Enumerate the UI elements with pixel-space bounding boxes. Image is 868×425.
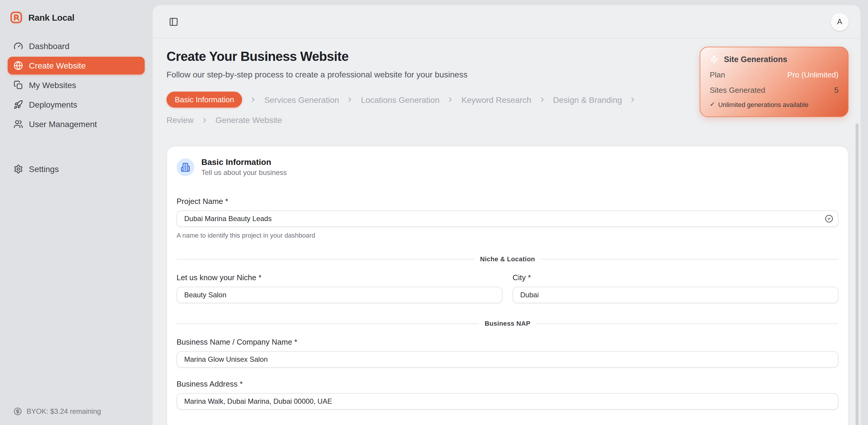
building-icon — [177, 158, 194, 176]
niche-location-divider: Niche & Location — [177, 255, 838, 262]
sidebar-item-label: Deployments — [29, 100, 77, 109]
globe-icon — [13, 61, 23, 70]
sidebar-toggle-button[interactable] — [166, 14, 181, 29]
city-label: City * — [513, 273, 838, 282]
business-nap-divider-label: Business NAP — [485, 320, 530, 327]
user-avatar[interactable]: A — [831, 13, 848, 30]
rocket-icon — [13, 100, 23, 109]
avatar-initial: A — [837, 17, 842, 26]
plan-row: Plan Pro (Unlimited) — [710, 70, 838, 79]
business-address-input[interactable] — [177, 393, 838, 409]
copy-icon — [13, 80, 23, 90]
project-name-field-group: Project Name * A name to identify this p… — [177, 197, 838, 239]
gear-icon — [13, 164, 23, 174]
app-viewport: Rank Local Dashboard Create Website My W… — [0, 0, 868, 425]
scrollbar-thumb[interactable] — [856, 123, 859, 425]
chevron-right-icon — [249, 96, 257, 104]
sidebar: Rank Local Dashboard Create Website My W… — [0, 0, 152, 425]
check-icon: ✓ — [710, 101, 715, 108]
unlimited-generations-text: Unlimited generations available — [718, 101, 808, 108]
business-address-field-group: Business Address * — [177, 379, 838, 409]
basic-information-card: Basic Information Tell us about your bus… — [166, 146, 848, 425]
steps-row-1: Basic Information Services Generation Lo… — [166, 92, 686, 108]
business-name-input[interactable] — [177, 351, 838, 368]
zap-icon — [710, 55, 719, 64]
city-input[interactable] — [513, 287, 838, 303]
main-panel: A Create Your Business Website Follow ou… — [152, 5, 861, 425]
step-basic-information[interactable]: Basic Information — [166, 92, 242, 108]
business-address-label: Business Address * — [177, 379, 838, 388]
sidebar-item-label: My Websites — [29, 80, 76, 90]
brand-name: Rank Local — [28, 12, 74, 22]
sidebar-item-deployments[interactable]: Deployments — [8, 96, 145, 113]
business-nap-divider: Business NAP — [177, 320, 838, 327]
business-name-label: Business Name / Company Name * — [177, 338, 838, 346]
sidebar-item-create-website[interactable]: Create Website — [8, 57, 145, 75]
divider-line — [177, 323, 478, 323]
chevron-right-icon — [447, 96, 454, 104]
chevron-right-icon — [629, 96, 637, 104]
panel-left-icon — [169, 17, 178, 26]
unlimited-generations-note: ✓ Unlimited generations available — [710, 101, 838, 108]
divider-line — [541, 259, 838, 259]
sidebar-nav: Dashboard Create Website My Websites Dep… — [8, 37, 145, 178]
business-name-field-group: Business Name / Company Name * — [177, 338, 838, 368]
sites-generated-label: Sites Generated — [710, 86, 765, 94]
sites-generated-value: 5 — [834, 86, 838, 94]
project-name-helper: A name to identify this project in your … — [177, 232, 838, 239]
sidebar-item-label: Dashboard — [29, 41, 69, 51]
users-icon — [13, 119, 23, 129]
form-section-title: Basic Information — [202, 157, 287, 167]
sidebar-item-label: Create Website — [29, 61, 86, 70]
site-generations-card: Site Generations Plan Pro (Unlimited) Si… — [700, 47, 848, 117]
chevron-right-icon — [538, 96, 546, 104]
step-services-generation[interactable]: Services Generation — [264, 95, 339, 104]
sidebar-item-user-management[interactable]: User Management — [8, 115, 145, 133]
check-circle-icon — [825, 215, 833, 223]
byok-status: BYOK: $3.24 remaining — [13, 407, 101, 416]
form-section-subtitle: Tell us about your business — [202, 168, 287, 177]
chevron-right-icon — [201, 116, 209, 124]
sidebar-item-my-websites[interactable]: My Websites — [8, 76, 145, 94]
form-section-titles: Basic Information Tell us about your bus… — [202, 157, 287, 177]
sidebar-item-label: Settings — [29, 164, 59, 174]
topbar: A — [153, 5, 860, 38]
main-content: Create Your Business Website Follow our … — [153, 38, 860, 425]
form-section-header: Basic Information Tell us about your bus… — [177, 157, 838, 177]
rank-local-logo — [9, 10, 23, 24]
project-name-input-wrap — [177, 210, 838, 227]
step-keyword-research[interactable]: Keyword Research — [461, 95, 531, 104]
step-locations-generation[interactable]: Locations Generation — [361, 95, 440, 104]
niche-label: Let us know your Niche * — [177, 273, 502, 282]
sidebar-item-label: User Management — [29, 119, 97, 129]
niche-location-divider-label: Niche & Location — [480, 255, 535, 262]
step-breadcrumb: Basic Information Services Generation Lo… — [166, 92, 686, 125]
byok-label: BYOK: $3.24 remaining — [27, 407, 101, 416]
circle-dollar-icon — [13, 407, 22, 416]
project-name-input[interactable] — [177, 210, 838, 227]
plan-value: Pro (Unlimited) — [787, 70, 838, 79]
niche-field-group: Let us know your Niche * — [177, 273, 502, 303]
city-field-group: City * — [513, 273, 838, 303]
plan-label: Plan — [710, 70, 725, 79]
sites-generated-row: Sites Generated 5 — [710, 86, 838, 94]
step-design-branding[interactable]: Design & Branding — [553, 95, 622, 104]
sidebar-item-settings[interactable]: Settings — [8, 160, 145, 178]
step-generate-website[interactable]: Generate Website — [216, 115, 282, 125]
gauge-icon — [13, 41, 23, 51]
niche-city-row: Let us know your Niche * City * — [177, 273, 838, 303]
chevron-right-icon — [346, 96, 354, 104]
niche-input[interactable] — [177, 287, 502, 303]
sidebar-item-dashboard[interactable]: Dashboard — [8, 37, 145, 55]
divider-line — [536, 323, 838, 323]
brand[interactable]: Rank Local — [0, 0, 152, 25]
site-generations-header: Site Generations — [710, 55, 838, 64]
steps-row-2: Review Generate Website — [166, 115, 686, 125]
divider-line — [177, 259, 474, 259]
step-review[interactable]: Review — [166, 115, 194, 125]
site-generations-title: Site Generations — [724, 55, 787, 64]
project-name-label: Project Name * — [177, 197, 838, 206]
